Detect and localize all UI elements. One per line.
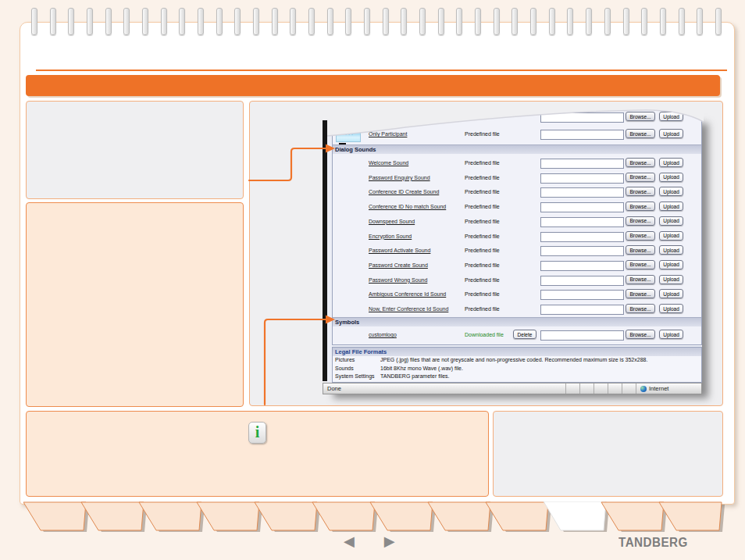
file-path-input[interactable] [540, 330, 624, 341]
sound-link[interactable]: Password Activate Sound [369, 248, 430, 253]
statusbar-cell [565, 383, 579, 394]
browse-button[interactable]: Browse... [626, 112, 655, 121]
upload-button[interactable]: Upload [659, 260, 683, 269]
sound-link[interactable]: Conference ID Create Sound [369, 189, 439, 194]
tab[interactable] [601, 502, 664, 530]
spiral-coil-icon [586, 8, 592, 35]
tab[interactable] [139, 502, 201, 530]
file-path-input[interactable] [540, 305, 624, 315]
browse-button[interactable]: Browse... [626, 275, 655, 284]
file-status: Predefined file [465, 248, 500, 253]
sound-link[interactable]: customlogo [369, 332, 397, 337]
delete-button[interactable]: Delete [513, 330, 536, 339]
sound-link[interactable]: Password Wrong Sound [369, 277, 427, 283]
browse-button[interactable]: Browse... [626, 202, 655, 211]
statusbar-cell [579, 383, 594, 394]
upload-button[interactable]: Upload [659, 275, 683, 284]
tab[interactable] [428, 502, 490, 530]
sound-link[interactable]: Password Create Sound [369, 262, 428, 268]
file-status: Predefined file [465, 291, 500, 297]
tab[interactable] [312, 502, 375, 530]
spiral-coil-icon [494, 8, 500, 35]
spiral-coil-icon [567, 8, 573, 35]
upload-button[interactable]: Upload [659, 231, 683, 241]
upload-button[interactable]: Upload [659, 216, 683, 226]
tab[interactable] [486, 502, 548, 530]
file-status: Predefined file [465, 219, 500, 224]
tab[interactable] [370, 502, 433, 530]
tandberg-logo: TANDBERG [618, 536, 688, 550]
file-path-input[interactable] [540, 112, 624, 123]
browse-button[interactable]: Browse... [626, 216, 655, 226]
statusbar-cell [608, 383, 622, 394]
file-status: Predefined file [465, 131, 500, 137]
sound-link[interactable]: Ambigous Conference Id Sound [369, 291, 446, 297]
file-path-input[interactable] [540, 217, 624, 227]
spiral-coil-icon [660, 8, 666, 35]
file-path-input[interactable] [540, 232, 624, 242]
upload-row: Browse...Upload [333, 110, 701, 124]
tab[interactable] [23, 502, 86, 530]
sound-link[interactable]: Only Participant [369, 131, 407, 137]
browse-button[interactable]: Browse... [626, 173, 655, 182]
sound-link[interactable]: Password Enquiry Sound [369, 175, 430, 180]
upload-button[interactable]: Upload [659, 330, 683, 339]
tab[interactable] [255, 502, 317, 530]
upload-row: Encryption SoundPredefined fileBrowse...… [333, 230, 701, 244]
spiral-coil-icon [715, 8, 722, 35]
file-path-input[interactable] [540, 159, 624, 169]
sound-link[interactable]: Conference ID No match Sound [369, 204, 446, 209]
browse-button[interactable]: Browse... [626, 187, 655, 196]
upload-button[interactable]: Upload [659, 289, 683, 298]
spiral-coil-icon [327, 8, 333, 35]
browse-button[interactable]: Browse... [626, 231, 655, 241]
upload-button[interactable]: Upload [659, 112, 683, 121]
browse-button[interactable]: Browse... [626, 245, 655, 255]
upload-button[interactable]: Upload [659, 245, 683, 255]
spiral-coil-icon [31, 8, 37, 35]
spiral-coil-icon [641, 8, 647, 35]
sound-link[interactable]: Now, Enter Conference Id Sound [369, 306, 448, 312]
prev-page-button[interactable]: ◀ [344, 533, 355, 549]
browse-button[interactable]: Browse... [626, 304, 655, 313]
legal-file-formats: Legal File Formats Pictures JPEG (.jpg) … [332, 347, 702, 383]
tab-active[interactable] [544, 501, 606, 530]
spiral-coil-icon [530, 8, 536, 35]
sound-link[interactable]: Downspeed Sound [369, 219, 415, 224]
file-path-input[interactable] [540, 187, 624, 198]
upload-button[interactable]: Upload [659, 129, 683, 138]
tab[interactable] [659, 502, 722, 530]
upload-button[interactable]: Upload [659, 173, 683, 182]
tab[interactable] [197, 502, 259, 530]
sound-link[interactable]: Welcome Sound [369, 160, 408, 166]
upload-button[interactable]: Upload [659, 304, 683, 313]
file-status: Predefined file [465, 204, 500, 209]
browse-button[interactable]: Browse... [626, 330, 655, 339]
spiral-coil-icon [512, 8, 518, 35]
legal-header: Legal File Formats [333, 348, 701, 356]
file-path-input[interactable] [540, 202, 624, 212]
legal-label: System Settings [333, 373, 380, 381]
file-path-input[interactable] [540, 246, 624, 256]
file-path-input[interactable] [540, 276, 624, 286]
browse-button[interactable]: Browse... [626, 289, 655, 298]
statusbar-cell [622, 383, 636, 394]
file-path-input[interactable] [540, 130, 624, 140]
file-path-input[interactable] [540, 173, 624, 184]
left-note-box [26, 202, 244, 407]
upload-button[interactable]: Upload [659, 158, 683, 167]
upload-button[interactable]: Upload [659, 187, 683, 196]
upload-button[interactable]: Upload [659, 202, 683, 211]
next-page-button[interactable]: ▶ [384, 533, 395, 549]
status-text: Done [323, 385, 341, 392]
browse-button[interactable]: Browse... [626, 158, 655, 167]
section-title-bar [26, 75, 720, 96]
tab[interactable] [81, 502, 144, 530]
file-path-input[interactable] [540, 290, 624, 300]
browse-button[interactable]: Browse... [626, 260, 655, 269]
section-header: Symbols [333, 317, 701, 326]
file-path-input[interactable] [540, 261, 624, 271]
browse-button[interactable]: Browse... [626, 129, 655, 138]
sound-link[interactable]: Encryption Sound [369, 234, 412, 239]
spiral-coil-icon [438, 8, 444, 35]
